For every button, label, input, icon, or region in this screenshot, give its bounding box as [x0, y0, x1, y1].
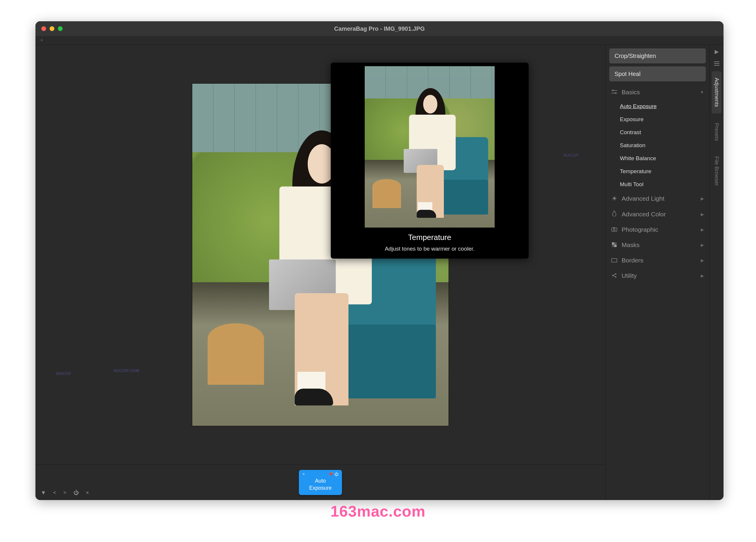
tab-adjustments[interactable]: Adjustments	[712, 71, 721, 113]
basics-saturation[interactable]: Saturation	[609, 139, 706, 152]
tooltip-description: Adjust tones to be warmer or cooler.	[334, 245, 525, 252]
category-borders[interactable]: Borders ▶	[609, 253, 706, 268]
filmstrip-bar: × 📌 ⏻ AutoExposure ▼ < > ⏻ ×	[35, 465, 605, 500]
chevron-right-icon: ▶	[701, 258, 704, 263]
rectangle-icon	[611, 257, 617, 264]
crop-straighten-button[interactable]: Crop/Straighten	[609, 48, 706, 63]
svg-point-5	[613, 229, 615, 230]
svg-point-1	[612, 90, 614, 91]
svg-point-3	[615, 92, 616, 94]
menu-icon[interactable]	[714, 57, 719, 69]
page-watermark: 163mac.com	[330, 502, 426, 520]
tooltip-preview-image	[365, 66, 495, 227]
basics-contrast[interactable]: Contrast	[609, 126, 706, 139]
chevron-right-icon: ▶	[701, 196, 704, 201]
sun-icon: ☀	[611, 195, 617, 202]
basics-temperature[interactable]: Temperature	[609, 165, 706, 178]
adjustment-tooltip: Temperature Adjust tones to be warmer or…	[331, 63, 529, 258]
svg-point-11	[612, 275, 613, 276]
close-window-button[interactable]	[41, 26, 46, 31]
image-viewport[interactable]: MACGF MACGF.COM MACGF Temperature Adjust…	[35, 45, 605, 465]
chevron-down-icon[interactable]: ▼	[41, 490, 46, 496]
droplet-icon	[611, 210, 617, 218]
new-tab-button[interactable]: +	[40, 37, 43, 43]
basics-multi-tool[interactable]: Multi Tool	[609, 178, 706, 191]
next-button[interactable]: >	[63, 490, 66, 496]
basics-exposure[interactable]: Exposure	[609, 113, 706, 126]
titlebar: CameraBag Pro - IMG_9901.JPG	[35, 21, 724, 36]
chevron-right-icon: ▶	[701, 212, 704, 216]
chip-label: AutoExposure	[302, 478, 338, 491]
category-masks[interactable]: Masks ▶	[609, 237, 706, 253]
svg-rect-8	[612, 242, 614, 245]
chevron-down-icon: ▼	[700, 90, 704, 95]
tab-strip: +	[35, 36, 724, 45]
watermark: MACGF	[56, 371, 71, 376]
tab-file-browser[interactable]: File Browser	[713, 149, 720, 193]
category-advanced-light[interactable]: ☀ Advanced Light ▶	[609, 191, 706, 206]
basics-white-balance[interactable]: White Balance	[609, 152, 706, 165]
tooltip-title: Temperature	[334, 233, 525, 242]
camera-icon	[611, 226, 617, 233]
svg-rect-10	[612, 258, 617, 262]
tab-presets[interactable]: Presets	[713, 115, 720, 149]
checker-icon	[611, 241, 617, 248]
nav-controls: ▼ < > ⏻ ×	[41, 490, 89, 496]
side-tab-rail: ▶ Adjustments Presets File Browser	[709, 45, 724, 500]
close-icon[interactable]: ×	[86, 490, 89, 496]
chevron-right-icon: ▶	[701, 242, 704, 247]
play-icon[interactable]: ▶	[715, 45, 719, 57]
prev-button[interactable]: <	[53, 490, 56, 496]
spot-heal-button[interactable]: Spot Heal	[609, 66, 706, 82]
svg-rect-4	[612, 228, 617, 231]
category-basics[interactable]: Basics ▼	[609, 84, 706, 100]
svg-line-14	[613, 274, 615, 275]
sliders-icon	[611, 89, 617, 96]
minimize-window-button[interactable]	[50, 26, 54, 31]
power-icon[interactable]: ⏻	[334, 472, 338, 476]
category-photographic[interactable]: Photographic ▶	[609, 222, 706, 237]
svg-line-15	[613, 276, 615, 277]
app-window: CameraBag Pro - IMG_9901.JPG + MACGF MAC…	[35, 21, 724, 500]
chevron-right-icon: ▶	[701, 227, 704, 232]
chevron-right-icon: ▶	[701, 274, 704, 278]
window-title: CameraBag Pro - IMG_9901.JPG	[334, 25, 425, 32]
canvas-area: MACGF MACGF.COM MACGF Temperature Adjust…	[35, 45, 605, 500]
window-controls	[41, 26, 63, 31]
basics-auto-exposure[interactable]: Auto Exposure	[609, 100, 706, 113]
watermark: MACGF	[564, 153, 579, 157]
app-body: MACGF MACGF.COM MACGF Temperature Adjust…	[35, 45, 724, 500]
chip-close-icon[interactable]: ×	[302, 472, 305, 476]
svg-rect-6	[613, 227, 615, 228]
svg-rect-9	[614, 245, 617, 247]
share-icon	[611, 272, 617, 279]
pin-icon[interactable]: 📌	[328, 472, 333, 476]
basics-label: Basics	[622, 89, 640, 96]
watermark: MACGF.COM	[114, 368, 139, 373]
category-advanced-color[interactable]: Advanced Color ▶	[609, 206, 706, 222]
applied-adjustment-chip[interactable]: × 📌 ⏻ AutoExposure	[299, 470, 342, 495]
power-icon[interactable]: ⏻	[74, 490, 79, 496]
category-utility[interactable]: Utility ▶	[609, 268, 706, 284]
svg-point-12	[615, 274, 616, 275]
zoom-window-button[interactable]	[58, 26, 63, 31]
svg-point-13	[615, 276, 616, 278]
adjustments-panel: Crop/Straighten Spot Heal Basics ▼ Auto …	[605, 45, 709, 500]
